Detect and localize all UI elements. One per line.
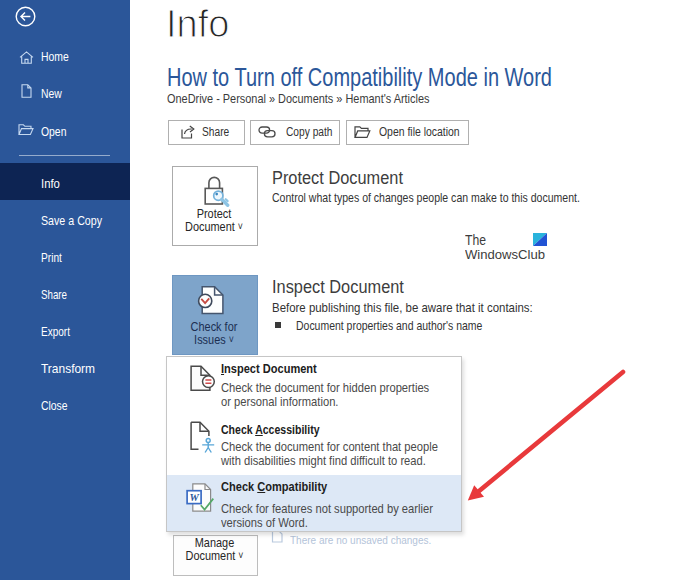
- svg-text:W: W: [190, 492, 200, 503]
